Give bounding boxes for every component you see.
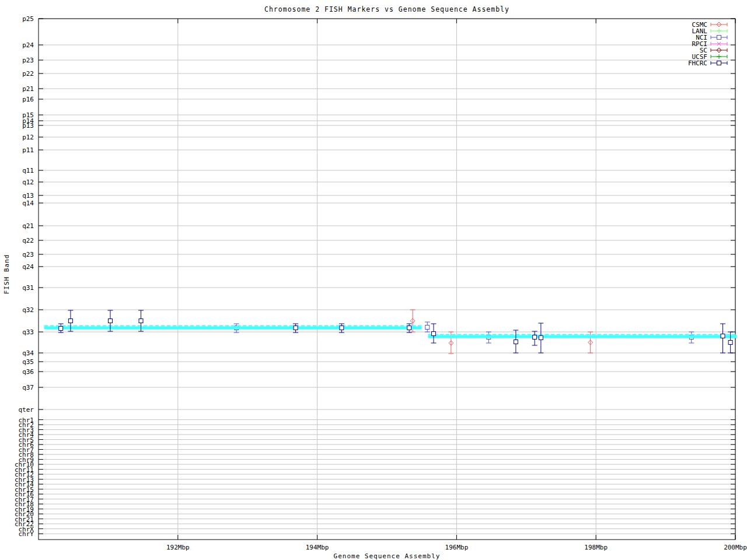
- y-tick-label: p12: [22, 134, 34, 141]
- gridlines: [39, 19, 735, 540]
- point-marker-square: [407, 326, 411, 330]
- tick-marks: [39, 19, 735, 540]
- y-tick-label: p11: [22, 146, 34, 154]
- point-marker-square: [59, 327, 63, 331]
- point-marker-square: [294, 326, 298, 330]
- y-axis-label: FISH Band: [3, 254, 11, 295]
- x-tick-labels: 192Mbp194Mbp196Mbp198Mbp200Mbp: [166, 544, 747, 551]
- point-marker-square: [68, 319, 72, 323]
- y-tick-label: q33: [22, 328, 34, 336]
- point-marker-square: [340, 326, 344, 330]
- y-tick-label: q14: [22, 200, 34, 207]
- point-marker-square: [108, 319, 112, 323]
- plot-border: [39, 19, 735, 540]
- point-marker-square: [717, 36, 721, 40]
- y-tick-label: q34: [22, 349, 34, 357]
- point-marker-square: [425, 326, 430, 330]
- y-tick-label: q21: [22, 222, 34, 230]
- data-point: [513, 330, 518, 353]
- y-tick-label: q12: [22, 178, 34, 186]
- y-tick-labels: p25p24p23p22p21p16p15p14p13p12p11q11q12q…: [15, 15, 34, 538]
- y-tick-label: q22: [22, 237, 34, 244]
- fish-marker-chart: Chromosome 2 FISH Markers vs Genome Sequ…: [0, 0, 747, 560]
- point-marker-square: [533, 335, 537, 340]
- y-tick-label: qter: [19, 406, 34, 414]
- x-axis-label: Genome Sequence Assembly: [39, 552, 735, 560]
- point-marker-square: [721, 334, 725, 338]
- series-NCI: [234, 322, 694, 343]
- y-tick-label: p13: [22, 122, 34, 130]
- band-assignment-lines: [44, 326, 737, 337]
- data-point: [720, 324, 725, 353]
- x-tick-label: 194Mbp: [306, 544, 329, 551]
- data-point: [532, 331, 537, 345]
- data-point: [431, 324, 436, 343]
- data-point: [58, 324, 64, 332]
- x-tick-label: 196Mbp: [445, 544, 469, 551]
- point-marker-square: [431, 332, 435, 336]
- legend-entry-FHCRC: FHCRC: [688, 60, 727, 67]
- y-tick-label: q32: [22, 306, 34, 314]
- y-tick-label: p23: [22, 57, 34, 64]
- legend-label: FHCRC: [688, 60, 707, 67]
- y-tick-label: p24: [22, 41, 34, 49]
- legend-entry-RPCI: RPCI: [692, 40, 728, 48]
- data-point: [425, 322, 430, 332]
- data-point: [293, 324, 298, 332]
- data-point: [538, 323, 543, 353]
- y-tick-label: chrY: [19, 530, 34, 538]
- y-tick-label: p21: [22, 85, 34, 93]
- y-tick-label: p16: [22, 96, 34, 103]
- point-marker-square: [539, 336, 543, 340]
- y-tick-label: q24: [22, 263, 34, 271]
- y-tick-label: q35: [22, 358, 34, 366]
- point-marker-square: [139, 319, 143, 323]
- point-marker-square: [728, 341, 732, 345]
- point-marker-square: [514, 340, 518, 344]
- y-tick-label: q23: [22, 251, 34, 258]
- y-tick-label: q11: [22, 167, 34, 174]
- y-tick-label: q13: [22, 192, 34, 200]
- plot-svg: p25p24p23p22p21p16p15p14p13p12p11q11q12q…: [0, 0, 747, 560]
- y-tick-label: q36: [22, 368, 34, 376]
- y-tick-label: p22: [22, 70, 34, 78]
- x-tick-label: 200Mbp: [724, 544, 747, 551]
- y-tick-label: q37: [22, 384, 34, 391]
- x-tick-label: 198Mbp: [584, 544, 608, 551]
- y-tick-label: q31: [22, 284, 34, 292]
- chart-title: Chromosome 2 FISH Markers vs Genome Sequ…: [39, 5, 735, 13]
- y-tick-label: p25: [22, 15, 34, 23]
- data-point: [339, 324, 344, 332]
- point-marker-square: [717, 61, 721, 65]
- x-tick-label: 192Mbp: [166, 544, 190, 551]
- data-point: [407, 324, 412, 332]
